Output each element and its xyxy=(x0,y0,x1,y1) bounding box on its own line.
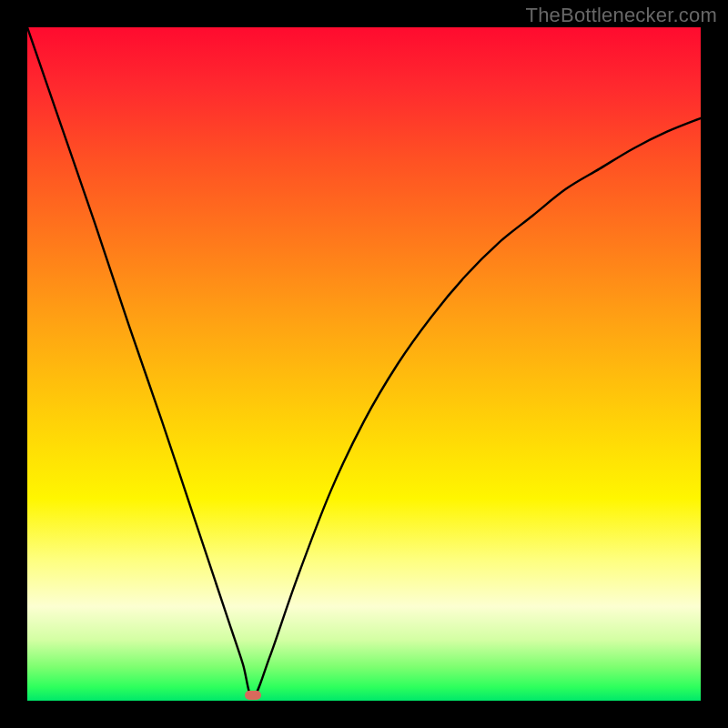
minimum-marker xyxy=(245,691,261,700)
curve-svg xyxy=(27,27,701,701)
bottleneck-curve xyxy=(27,27,701,697)
plot-area xyxy=(27,27,701,701)
watermark-text: TheBottlenecker.com xyxy=(526,4,717,27)
chart-frame: TheBottlenecker.com xyxy=(0,0,728,728)
